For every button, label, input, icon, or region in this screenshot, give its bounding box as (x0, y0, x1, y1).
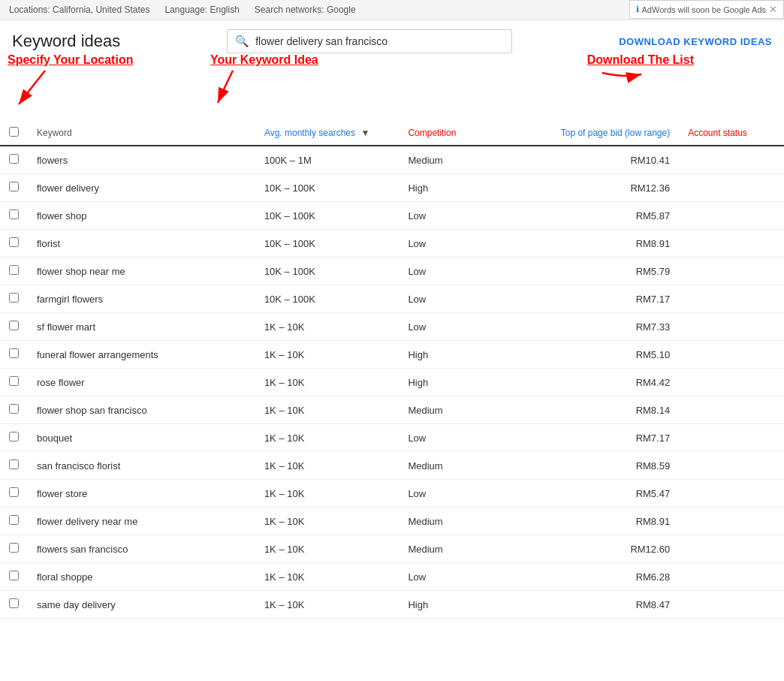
bid-cell: RM5.79 (504, 258, 679, 285)
account-status-cell (679, 230, 784, 258)
table-row: same day delivery 1K – 10K High RM8.47 (0, 591, 784, 619)
monthly-searches-header[interactable]: Avg. monthly searches ▼ (255, 121, 400, 146)
row-checkbox-cell[interactable] (0, 369, 28, 396)
bid-cell: RM12.60 (504, 535, 679, 563)
table-row: flower store 1K – 10K Low RM5.47 (0, 480, 784, 508)
top-bar: Locations: California, United States Lan… (0, 0, 784, 20)
keyword-arrow (210, 67, 255, 108)
row-checkbox[interactable] (9, 265, 19, 275)
keyword-annotation-text: Your Keyword Idea (210, 53, 318, 67)
competition-cell: Medium (399, 146, 504, 174)
account-status-cell (679, 535, 784, 563)
download-keyword-ideas-link[interactable]: DOWNLOAD KEYWORD IDEAS (619, 36, 772, 47)
account-status-cell (679, 452, 784, 480)
bid-cell: RM7.17 (504, 285, 679, 313)
row-checkbox[interactable] (9, 348, 19, 358)
competition-cell: Medium (399, 396, 504, 424)
account-status-cell (679, 369, 784, 396)
competition-cell: Low (399, 480, 504, 508)
bid-cell: RM8.91 (504, 230, 679, 258)
row-checkbox-cell[interactable] (0, 535, 28, 563)
bid-cell: RM5.10 (504, 341, 679, 369)
account-status-cell (679, 591, 784, 619)
bid-cell: RM6.28 (504, 563, 679, 591)
keyword-input[interactable] (255, 35, 504, 47)
table-row: florist 10K – 100K Low RM8.91 (0, 230, 784, 258)
download-arrow (587, 67, 647, 108)
table-body: flowers 100K – 1M Medium RM10.41 flower … (0, 146, 784, 619)
row-checkbox-cell[interactable] (0, 174, 28, 202)
location-info: Locations: California, United States (9, 5, 149, 15)
sort-icon: ▼ (360, 128, 369, 138)
search-box[interactable]: 🔍 (227, 29, 512, 53)
row-checkbox[interactable] (9, 571, 19, 580)
row-checkbox[interactable] (9, 237, 19, 247)
account-status-cell (679, 174, 784, 202)
monthly-searches-cell: 100K – 1M (255, 146, 400, 174)
row-checkbox-cell[interactable] (0, 146, 28, 174)
bid-cell: RM8.59 (504, 452, 679, 480)
page-title: Keyword ideas (12, 32, 120, 51)
row-checkbox[interactable] (9, 293, 19, 303)
row-checkbox-cell[interactable] (0, 563, 28, 591)
account-status-cell (679, 563, 784, 591)
row-checkbox-cell[interactable] (0, 424, 28, 452)
row-checkbox-cell[interactable] (0, 480, 28, 508)
table-row: flower shop near me 10K – 100K Low RM5.7… (0, 258, 784, 285)
keyword-cell: funeral flower arrangements (28, 341, 255, 369)
row-checkbox-cell[interactable] (0, 313, 28, 341)
row-checkbox[interactable] (9, 598, 19, 608)
row-checkbox[interactable] (9, 154, 19, 164)
header-area: Keyword ideas 🔍 DOWNLOAD KEYWORD IDEAS (0, 20, 784, 53)
search-icon: 🔍 (235, 35, 249, 48)
monthly-searches-cell: 10K – 100K (255, 285, 400, 313)
row-checkbox[interactable] (9, 321, 19, 330)
account-status-cell (679, 424, 784, 452)
keyword-cell: flower shop near me (28, 258, 255, 285)
keyword-cell: farmgirl flowers (28, 285, 255, 313)
row-checkbox-cell[interactable] (0, 285, 28, 313)
top-bid-header[interactable]: Top of page bid (low range) (504, 121, 679, 146)
row-checkbox[interactable] (9, 432, 19, 441)
account-status-cell (679, 258, 784, 285)
row-checkbox-cell[interactable] (0, 258, 28, 285)
competition-header[interactable]: Competition (399, 121, 504, 146)
location-annotation: Specify Your Location (8, 53, 133, 108)
row-checkbox[interactable] (9, 376, 19, 386)
monthly-searches-cell: 1K – 10K (255, 396, 400, 424)
competition-cell: Low (399, 563, 504, 591)
row-checkbox-cell[interactable] (0, 452, 28, 480)
competition-cell: Low (399, 285, 504, 313)
keyword-cell: same day delivery (28, 591, 255, 619)
keyword-cell: flower delivery (28, 174, 255, 202)
row-checkbox[interactable] (9, 460, 19, 469)
row-checkbox[interactable] (9, 209, 19, 219)
competition-cell: Medium (399, 452, 504, 480)
row-checkbox[interactable] (9, 515, 19, 525)
row-checkbox[interactable] (9, 404, 19, 414)
select-all-checkbox[interactable] (9, 127, 19, 137)
competition-cell: Low (399, 230, 504, 258)
table-row: flower shop san francisco 1K – 10K Mediu… (0, 396, 784, 424)
row-checkbox-cell[interactable] (0, 591, 28, 619)
bid-cell: RM8.47 (504, 591, 679, 619)
keyword-cell: sf flower mart (28, 313, 255, 341)
keyword-header[interactable]: Keyword (28, 121, 255, 146)
close-icon[interactable]: ✕ (769, 4, 777, 15)
row-checkbox-cell[interactable] (0, 230, 28, 258)
account-status-header[interactable]: Account status (679, 121, 784, 146)
table-row: farmgirl flowers 10K – 100K Low RM7.17 (0, 285, 784, 313)
row-checkbox-cell[interactable] (0, 396, 28, 424)
account-status-cell (679, 313, 784, 341)
row-checkbox-cell[interactable] (0, 341, 28, 369)
keyword-cell: flower delivery near me (28, 508, 255, 535)
row-checkbox-cell[interactable] (0, 508, 28, 535)
row-checkbox-cell[interactable] (0, 202, 28, 230)
keyword-table: Keyword Avg. monthly searches ▼ Competit… (0, 121, 784, 619)
row-checkbox[interactable] (9, 182, 19, 191)
row-checkbox[interactable] (9, 543, 19, 553)
select-all-checkbox-col[interactable] (0, 121, 28, 146)
row-checkbox[interactable] (9, 487, 19, 497)
account-status-cell (679, 508, 784, 535)
monthly-searches-cell: 10K – 100K (255, 258, 400, 285)
